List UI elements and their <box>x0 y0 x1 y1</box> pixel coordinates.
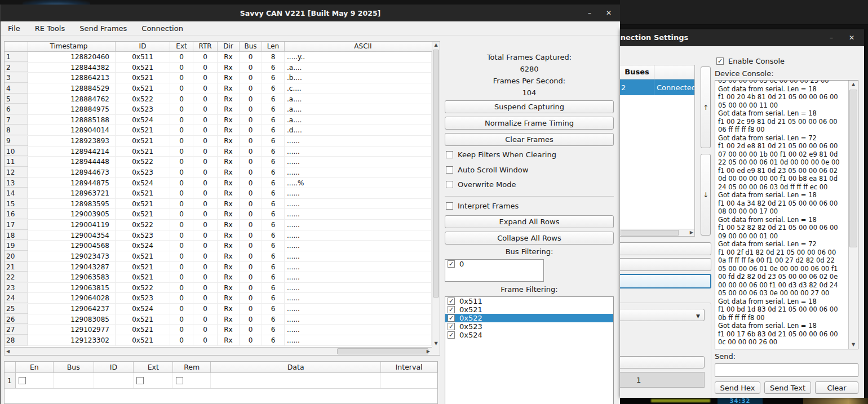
column-header-id[interactable]: ID <box>116 42 170 51</box>
checkbox-icon[interactable] <box>446 181 453 188</box>
frame-row[interactable]: 281291233020x52100Rx06...... <box>5 335 432 346</box>
frame-row[interactable]: 201290234730x52100Rx06...... <box>5 251 432 262</box>
frame-row[interactable]: 101289442140x52100Rx06...... <box>5 146 432 157</box>
status-column-header[interactable] <box>654 65 694 79</box>
column-header-ext[interactable]: Ext <box>170 42 193 51</box>
frame-row[interactable]: 151289835950x52100Rx06...... <box>5 199 432 210</box>
send-table-row[interactable]: 1 <box>5 373 437 389</box>
checkbox-checked-icon[interactable]: ✓ <box>448 298 455 305</box>
column-header-dir[interactable]: Dir <box>218 42 240 51</box>
connection-row[interactable]: 2 Connected <box>620 79 694 95</box>
scroll-left-icon[interactable]: ◀ <box>6 349 10 354</box>
enable-cell[interactable] <box>16 373 54 388</box>
frame-row[interactable]: 91289238930x52100Rx06...... <box>5 136 432 146</box>
frame-row[interactable]: 21288443820x52100Rx06.a.... <box>5 63 432 73</box>
rem-cell[interactable] <box>173 373 211 388</box>
frame-row[interactable]: 251290642370x52400Rx06...... <box>5 304 432 314</box>
column-header-timestamp[interactable]: Timestamp <box>28 42 116 51</box>
send-text-button[interactable]: Send Text <box>764 381 811 394</box>
bus-cell[interactable] <box>54 373 94 388</box>
frame-row[interactable]: 261290830850x52100Rx06...... <box>5 314 432 325</box>
frames-table-vertical-scrollbar[interactable]: ▲ ▼ <box>432 42 440 347</box>
checkbox-checked-icon[interactable]: ✓ <box>448 306 455 313</box>
ext-checkbox-icon[interactable] <box>136 377 144 384</box>
main-titlebar[interactable]: Savvy CAN V221 [Built May 9 2025] – ✕ <box>1 5 620 21</box>
connection-minimize-button[interactable]: – <box>826 33 837 43</box>
frame-filter-item[interactable]: ✓0x521 <box>445 305 613 314</box>
data-cell[interactable] <box>211 373 381 388</box>
checkbox-checked-icon[interactable]: ✓ <box>448 323 455 330</box>
menu-file[interactable]: File <box>1 21 28 35</box>
move-up-button[interactable]: ↑ <box>701 66 711 148</box>
send-input[interactable] <box>715 363 858 377</box>
normalize-frame-timing-button[interactable]: Normalize Frame Timing <box>445 117 614 130</box>
send-column-header-ext[interactable]: Ext <box>134 362 173 372</box>
scroll-right-icon[interactable]: ▶ <box>690 230 693 235</box>
send-column-header-id[interactable]: ID <box>94 362 134 372</box>
frame-row[interactable]: 131289448750x52400Rx06.....% <box>5 178 432 189</box>
frame-row[interactable]: 71288851880x52400Rx06.a.... <box>5 115 432 126</box>
send-column-header-interval[interactable]: Interval <box>381 362 437 372</box>
connection-close-button[interactable]: ✕ <box>846 33 857 43</box>
suspend-capturing-button[interactable]: Suspend Capturing <box>445 100 614 113</box>
frames-table-horizontal-scrollbar[interactable]: ◀ ▶ <box>5 347 432 355</box>
frame-row[interactable]: 11288204600x51100Rx08.....y.. <box>5 52 432 63</box>
checkbox-checked-icon[interactable]: ✓ <box>448 314 455 322</box>
frame-row[interactable]: 181290043540x52300Rx06...... <box>5 230 432 241</box>
frame-filter-item[interactable]: ✓0x524 <box>445 331 613 339</box>
send-column-header-en[interactable]: En <box>16 362 54 372</box>
frame-row[interactable]: 211290432870x52100Rx06...... <box>5 262 432 273</box>
menu-connection[interactable]: Connection <box>134 21 191 35</box>
scroll-up-icon[interactable]: ▲ <box>849 82 858 87</box>
checkbox-checked-icon[interactable]: ✓ <box>448 331 455 339</box>
frame-row[interactable]: 241290640280x52300Rx06...... <box>5 293 432 304</box>
overwrite-mode-checkbox[interactable]: Overwrite Mode <box>446 180 516 189</box>
vertical-scroll-thumb[interactable] <box>433 50 439 298</box>
auto-scroll-window-checkbox[interactable]: Auto Scroll Window <box>446 166 528 174</box>
minimize-button[interactable]: – <box>584 8 595 18</box>
frame-row[interactable]: 31288642130x52100Rx06.b.... <box>5 73 432 83</box>
enable-console-checkbox[interactable]: ✓ Enable Console <box>716 57 785 65</box>
frame-filter-item[interactable]: ✓0x511 <box>445 297 613 305</box>
menu-re-tools[interactable]: RE Tools <box>28 21 72 35</box>
checkbox-checked-icon[interactable]: ✓ <box>448 260 455 268</box>
bus-count-field[interactable]: 1 <box>620 372 705 388</box>
send-hex-button[interactable]: Send Hex <box>715 381 760 394</box>
close-button[interactable]: ✕ <box>603 8 614 18</box>
frame-row[interactable]: 171290041190x52200Rx06...... <box>5 220 432 230</box>
checkbox-icon[interactable] <box>446 151 453 158</box>
frame-filter-item[interactable]: ✓0x523 <box>445 322 613 331</box>
expand-all-rows-button[interactable]: Expand All Rows <box>445 215 614 228</box>
clear-frames-button[interactable]: Clear Frames <box>445 133 614 146</box>
column-header-rtr[interactable]: RTR <box>193 42 218 51</box>
connection-action-button-1[interactable] <box>620 242 711 255</box>
connection-type-dropdown[interactable]: ▼ <box>620 309 705 321</box>
column-header-len[interactable]: Len <box>262 42 285 51</box>
frame-row[interactable]: 61288849750x52300Rx06.a.... <box>5 104 432 115</box>
collapse-all-rows-button[interactable]: Collapse All Rows <box>445 232 614 245</box>
checkbox-icon[interactable] <box>446 166 453 174</box>
scroll-up-icon[interactable]: ▲ <box>432 43 440 47</box>
console-scroll-thumb[interactable] <box>849 90 857 247</box>
frame-row[interactable]: 41288845290x52100Rx06.c.... <box>5 83 432 94</box>
scroll-right-icon[interactable]: ▶ <box>427 349 430 354</box>
interpret-frames-checkbox[interactable]: Interpret Frames <box>446 202 519 210</box>
checkbox-checked-icon[interactable]: ✓ <box>716 57 724 65</box>
frame-row[interactable]: 221290635830x52100Rx06...... <box>5 272 432 283</box>
checkbox-icon[interactable] <box>446 202 453 210</box>
menu-send-frames[interactable]: Send Frames <box>72 21 134 35</box>
column-header-ascii[interactable]: ASCII <box>285 42 440 51</box>
frame-filter-list[interactable]: ✓0x511✓0x521✓0x522✓0x523✓0x524 <box>445 296 614 404</box>
bus-filter-item[interactable]: ✓0 <box>445 260 543 268</box>
frame-row[interactable]: 231290638150x52200Rx06...... <box>5 283 432 294</box>
frame-filter-item[interactable]: ✓0x522 <box>445 314 613 322</box>
rem-checkbox-icon[interactable] <box>176 377 183 384</box>
scroll-down-icon[interactable]: ▼ <box>849 343 858 347</box>
move-down-button[interactable]: ↓ <box>701 154 711 236</box>
device-console[interactable]: 05 00 00 00 05 0c 00 00 00 25 00Got data… <box>715 80 858 349</box>
connection-titlebar[interactable]: Connection Settings – ✕ <box>620 29 864 46</box>
frame-row[interactable]: 121289446730x52300Rx06...... <box>5 167 432 178</box>
frame-row[interactable]: 81289040140x52100Rx06.d.... <box>5 125 432 136</box>
bus-filter-list[interactable]: ✓0 <box>445 259 544 282</box>
connection-action-button-2[interactable] <box>620 258 711 271</box>
